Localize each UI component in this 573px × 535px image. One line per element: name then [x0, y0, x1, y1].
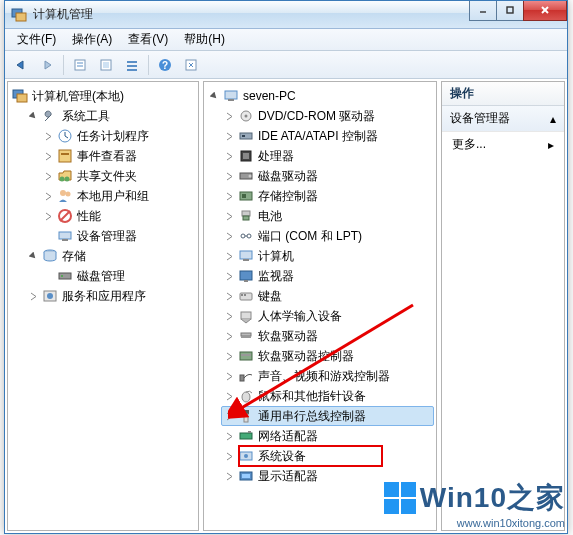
svg-rect-55: [244, 280, 248, 282]
storage-icon: [42, 248, 58, 264]
actions-section[interactable]: 设备管理器 ▴: [442, 106, 564, 132]
menu-action[interactable]: 操作(A): [64, 29, 120, 50]
expand-icon[interactable]: [223, 250, 236, 263]
tree-root[interactable]: 计算机管理(本地): [10, 86, 196, 106]
device-category[interactable]: 磁盘驱动器: [221, 166, 434, 186]
collapse-icon[interactable]: [208, 90, 221, 103]
device-category[interactable]: 软盘驱动器: [221, 326, 434, 346]
expand-icon[interactable]: [223, 270, 236, 283]
menubar: 文件(F) 操作(A) 查看(V) 帮助(H): [5, 29, 567, 51]
expand-icon[interactable]: [223, 110, 236, 123]
svg-rect-52: [240, 251, 252, 259]
device-root[interactable]: seven-PC: [206, 86, 434, 106]
expand-icon[interactable]: [223, 390, 236, 403]
svg-point-65: [242, 392, 250, 402]
back-button[interactable]: [9, 54, 33, 76]
tree-task-scheduler[interactable]: 任务计划程序: [40, 126, 196, 146]
device-category[interactable]: 计算机: [221, 246, 434, 266]
expand-icon[interactable]: [223, 430, 236, 443]
event-icon: [57, 148, 73, 164]
tree-systools[interactable]: 系统工具: [25, 106, 196, 126]
device-label: 通用串行总线控制器: [258, 408, 366, 425]
tree-event-viewer[interactable]: 事件查看器: [40, 146, 196, 166]
device-label: 存储控制器: [258, 188, 318, 205]
device-category[interactable]: 网络适配器: [221, 426, 434, 446]
minimize-button[interactable]: [469, 1, 497, 21]
collapse-icon[interactable]: [27, 250, 40, 263]
expand-icon[interactable]: [42, 130, 55, 143]
svg-rect-29: [62, 239, 68, 241]
device-category[interactable]: 鼠标和其他指针设备: [221, 386, 434, 406]
expand-icon[interactable]: [42, 190, 55, 203]
svg-point-32: [61, 275, 63, 277]
disk-icon: [57, 268, 73, 284]
tree-device-manager[interactable]: 设备管理器: [40, 226, 196, 246]
refresh-button[interactable]: [179, 54, 203, 76]
windows-logo-icon: [384, 482, 416, 514]
help-button[interactable]: ?: [153, 54, 177, 76]
device-category[interactable]: 电池: [221, 206, 434, 226]
device-category[interactable]: 通用串行总线控制器: [221, 406, 434, 426]
expand-icon[interactable]: [223, 290, 236, 303]
expand-icon[interactable]: [42, 210, 55, 223]
expand-icon[interactable]: [223, 330, 236, 343]
expand-icon[interactable]: [223, 210, 236, 223]
menu-file[interactable]: 文件(F): [9, 29, 64, 50]
expand-icon[interactable]: [223, 170, 236, 183]
expand-icon[interactable]: [27, 290, 40, 303]
expand-icon[interactable]: [42, 150, 55, 163]
close-button[interactable]: [523, 1, 567, 21]
device-category[interactable]: 存储控制器: [221, 186, 434, 206]
device-category[interactable]: IDE ATA/ATAPI 控制器: [221, 126, 434, 146]
device-label: 磁盘驱动器: [258, 168, 318, 185]
device-category[interactable]: 监视器: [221, 266, 434, 286]
device-category[interactable]: DVD/CD-ROM 驱动器: [221, 106, 434, 126]
expand-icon[interactable]: [223, 470, 236, 483]
expand-icon[interactable]: [42, 170, 55, 183]
device-label: 软盘驱动器控制器: [258, 348, 354, 365]
tree-shared-folders[interactable]: 共享文件夹: [40, 166, 196, 186]
collapse-icon[interactable]: [27, 110, 40, 123]
device-category[interactable]: 软盘驱动器控制器: [221, 346, 434, 366]
view-button[interactable]: [120, 54, 144, 76]
svg-rect-12: [127, 65, 137, 67]
users-icon: [57, 188, 73, 204]
menu-view[interactable]: 查看(V): [120, 29, 176, 50]
svg-rect-64: [240, 375, 244, 381]
actions-more[interactable]: 更多... ▸: [442, 132, 564, 157]
svg-point-38: [245, 115, 248, 118]
properties-button[interactable]: [68, 54, 92, 76]
device-category[interactable]: 人体学输入设备: [221, 306, 434, 326]
expand-icon[interactable]: [223, 130, 236, 143]
device-icon: [238, 388, 254, 404]
device-label: 软盘驱动器: [258, 328, 318, 345]
tree-services[interactable]: 服务和应用程序: [25, 286, 196, 306]
tree-disk-management[interactable]: 磁盘管理: [40, 266, 196, 286]
svg-rect-58: [244, 294, 246, 296]
device-category[interactable]: 处理器: [221, 146, 434, 166]
expand-icon[interactable]: [223, 350, 236, 363]
expand-icon[interactable]: [223, 230, 236, 243]
device-category[interactable]: 系统设备: [221, 446, 434, 466]
tree-performance[interactable]: 性能: [40, 206, 196, 226]
device-category[interactable]: 端口 (COM 和 LPT): [221, 226, 434, 246]
tree-storage[interactable]: 存储: [25, 246, 196, 266]
expand-icon[interactable]: [223, 190, 236, 203]
expand-icon[interactable]: [223, 150, 236, 163]
device-category[interactable]: 声音、视频和游戏控制器: [221, 366, 434, 386]
export-button[interactable]: [94, 54, 118, 76]
expand-icon[interactable]: [223, 370, 236, 383]
tree-local-users[interactable]: 本地用户和组: [40, 186, 196, 206]
menu-help[interactable]: 帮助(H): [176, 29, 233, 50]
svg-rect-63: [241, 354, 251, 356]
device-category[interactable]: 键盘: [221, 286, 434, 306]
computer-icon: [223, 88, 239, 104]
device-manager-icon: [57, 228, 73, 244]
svg-rect-36: [228, 99, 234, 101]
expand-icon[interactable]: [223, 410, 236, 423]
device-icon: [238, 448, 254, 464]
expand-icon[interactable]: [223, 450, 236, 463]
expand-icon[interactable]: [223, 310, 236, 323]
forward-button[interactable]: [35, 54, 59, 76]
maximize-button[interactable]: [496, 1, 524, 21]
